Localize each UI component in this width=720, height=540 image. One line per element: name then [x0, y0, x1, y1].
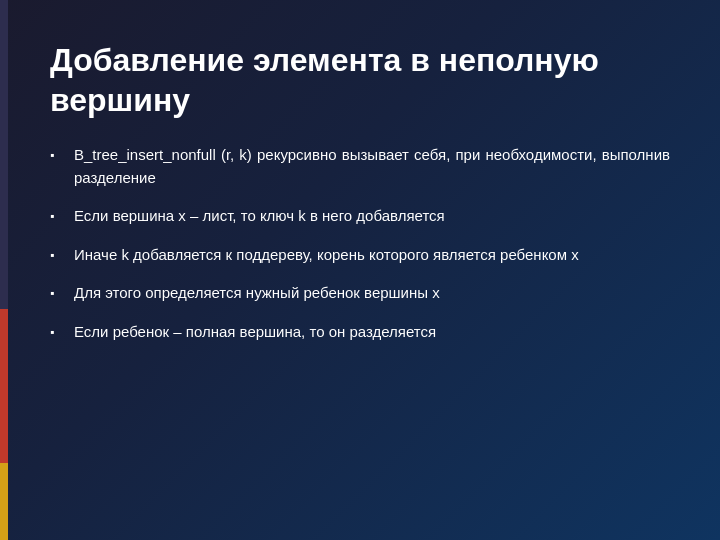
list-item: ▪ Иначе k добавляется к поддереву, корен…: [50, 244, 670, 267]
bullet-marker: ▪: [50, 146, 66, 164]
list-item: ▪ Для этого определяется нужный ребенок …: [50, 282, 670, 305]
bullet-marker: ▪: [50, 284, 66, 302]
bullet-marker: ▪: [50, 207, 66, 225]
accent-dark: [0, 0, 8, 309]
left-accent-bar: [0, 0, 8, 540]
list-item: ▪ B_tree_insert_nonfull (r, k) рекурсивн…: [50, 144, 670, 189]
bullet-list: ▪ B_tree_insert_nonfull (r, k) рекурсивн…: [50, 144, 670, 359]
accent-red: [0, 309, 8, 463]
list-item: ▪ Если вершина x – лист, то ключ k в нег…: [50, 205, 670, 228]
bullet-marker: ▪: [50, 323, 66, 341]
bullet-text: Если вершина x – лист, то ключ k в него …: [74, 205, 670, 228]
bullet-marker: ▪: [50, 246, 66, 264]
slide-title: Добавление элемента в неполную вершину: [50, 40, 670, 120]
bullet-text: Для этого определяется нужный ребенок ве…: [74, 282, 670, 305]
slide: Добавление элемента в неполную вершину ▪…: [0, 0, 720, 540]
bullet-text: Иначе k добавляется к поддереву, корень …: [74, 244, 670, 267]
list-item: ▪ Если ребенок – полная вершина, то он р…: [50, 321, 670, 344]
bullet-text: Если ребенок – полная вершина, то он раз…: [74, 321, 670, 344]
bullet-text: B_tree_insert_nonfull (r, k) рекурсивно …: [74, 144, 670, 189]
accent-gold: [0, 463, 8, 540]
